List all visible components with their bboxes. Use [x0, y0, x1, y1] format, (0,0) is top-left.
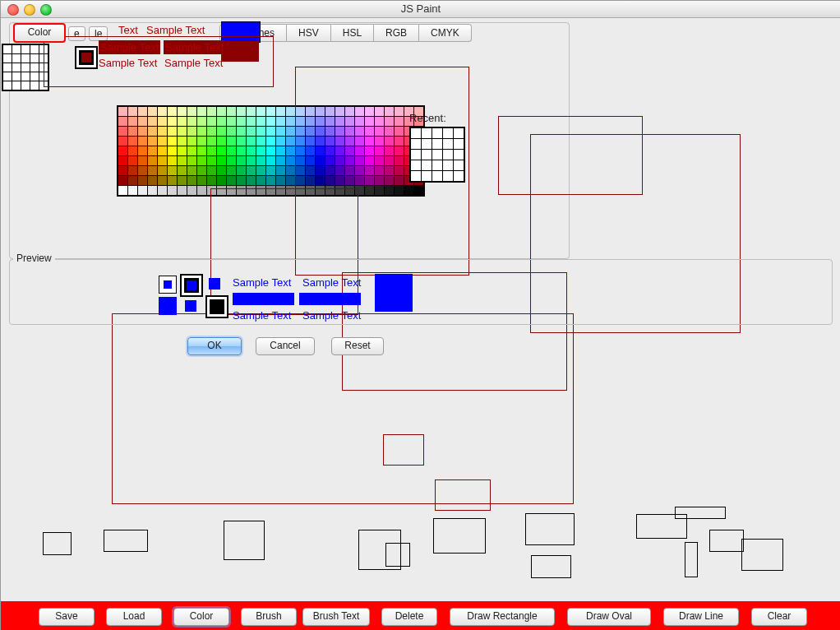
tab-hsl[interactable]: HSL — [331, 24, 374, 42]
traffic-close-icon[interactable] — [7, 4, 19, 16]
preview-label: Preview — [13, 252, 55, 264]
drawn-rectangle[interactable] — [709, 530, 744, 552]
window-titlebar: JS Paint — [1, 1, 840, 18]
sample-text-red-2a: Sample Text — [99, 40, 160, 54]
preview-sw-4[interactable] — [159, 297, 177, 315]
traffic-minimize-icon[interactable] — [24, 4, 35, 16]
tab-rgb[interactable]: RGB — [374, 24, 419, 42]
reset-button[interactable]: Reset — [331, 337, 384, 355]
brush-button[interactable]: Brush — [241, 608, 297, 626]
window-title: JS Paint — [401, 2, 441, 15]
drawn-rectangle[interactable] — [385, 543, 410, 567]
drawn-rectangle[interactable] — [433, 518, 486, 554]
preview-sw-2[interactable] — [180, 274, 203, 297]
drawn-rectangle-red[interactable] — [383, 434, 424, 466]
drawn-rectangle[interactable] — [224, 521, 265, 560]
drawn-rectangle[interactable] — [43, 532, 72, 555]
preview-sw-5[interactable] — [185, 300, 196, 312]
drawn-rectangle[interactable] — [104, 530, 148, 552]
traffic-zoom-icon[interactable] — [40, 4, 52, 16]
selected-swatch-red[interactable] — [75, 46, 98, 69]
drawn-rectangle[interactable] — [531, 555, 571, 578]
active-tab-color[interactable]: Color — [13, 23, 66, 43]
sample-text-red-1a: Text — [118, 24, 138, 36]
brush-text-button[interactable]: Brush Text — [302, 608, 370, 626]
swatch-grid-topleft[interactable] — [2, 44, 49, 91]
draw-rectangle-button[interactable]: Draw Rectangle — [450, 608, 555, 626]
preview-sw-6[interactable] — [205, 295, 228, 318]
drawn-rectangle[interactable] — [685, 542, 698, 577]
bottom-toolbar: Save Load Color Brush Brush Text Delete … — [1, 601, 840, 630]
save-button[interactable]: Save — [39, 608, 95, 626]
drawn-rectangle[interactable] — [741, 539, 783, 571]
sample-text-blue-1b: Sample Text — [302, 276, 361, 289]
sample-text-red-3a: Sample Text — [99, 57, 157, 69]
preview-panel: Preview — [9, 259, 833, 325]
cancel-button[interactable]: Cancel — [256, 337, 315, 355]
sample-text-blue-2a: Sample Text — [233, 293, 294, 305]
sample-text-blue-3a: Sample Text — [233, 309, 291, 322]
load-button[interactable]: Load — [106, 608, 162, 626]
drawn-rectangle[interactable] — [675, 507, 726, 519]
drawn-rectangle[interactable] — [525, 513, 575, 545]
delete-button[interactable]: Delete — [381, 608, 437, 626]
sample-text-red-3b: Sample Text — [164, 57, 223, 69]
preview-large-swatch — [375, 274, 413, 312]
color-button[interactable]: Color — [173, 608, 229, 626]
drawn-rectangle-red[interactable] — [435, 479, 491, 511]
sample-text-red-1b: Sample Text — [146, 24, 205, 36]
ok-button[interactable]: OK — [187, 337, 242, 355]
preview-sw-1[interactable] — [159, 276, 177, 294]
sample-text-blue-1a: Sample Text — [233, 276, 291, 289]
tab-cmyk[interactable]: CMYK — [419, 24, 472, 42]
sample-text-blue-3b: Sample Text — [302, 309, 361, 322]
preview-sw-3[interactable] — [209, 278, 220, 290]
tab-hsv[interactable]: HSV — [287, 24, 331, 42]
clear-button[interactable]: Clear — [751, 608, 807, 626]
sample-text-red-2b: Sample Text — [164, 40, 225, 54]
draw-line-button[interactable]: Draw Line — [663, 608, 739, 626]
sample-text-blue-2b: Sample Text — [299, 293, 361, 305]
draw-oval-button[interactable]: Draw Oval — [567, 608, 651, 626]
